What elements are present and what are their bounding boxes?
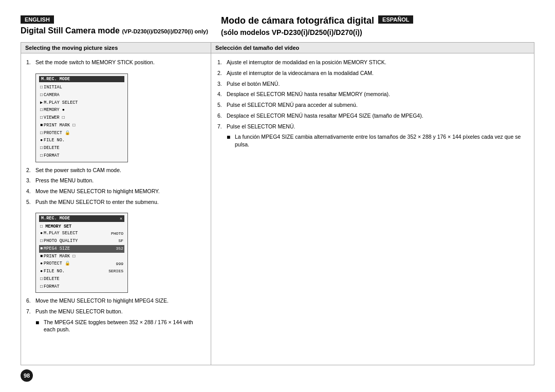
page: ENGLISH Digital Still Camera mode (VP-D2… [0,0,555,392]
title-spanish-model: (sólo modelos VP-D230(i)/D250(i)/D270(i)… [221,26,534,38]
right-column: 1. Ajuste el interruptor de modalidad en… [211,53,534,365]
english-badge: ENGLISH [21,15,54,24]
menu1-title: M.REC. MODE [41,77,70,82]
main-content: Selecting the moving picture sizes Selec… [21,42,534,365]
menu1-item-camera: □CAMERA [39,91,124,99]
title-es-main: Modo de cámara fotográfica digital [221,15,374,26]
menu2-item-format: □FORMAT [39,283,124,291]
step-2: 2. Set the power switch to CAM mode. [26,166,206,174]
step-7: 7. Push the MENU SELECTOR button. [26,308,206,315]
note-right: ■ La función MPEG4 SIZE cambia alternati… [227,133,529,148]
step-r4-text: Desplace el SELECTOR MENÚ hasta resaltar… [227,90,529,98]
menu2-item-mpeg4: ■MPEG4 SIZE 352 [39,245,124,253]
steps-list-left: 1. Set the mode switch to MEMORY STICK p… [26,59,206,66]
step-4: 4. Move the MENU SELECTOR to highlight M… [26,188,206,195]
note-left-text: The MPEG4 SIZE toggles between 352 × 288… [44,319,206,333]
step-r2: 2. Ajuste el interruptor de la videocáma… [217,69,529,77]
steps-list-6-7: 6. Move the MENU SELECTOR to highlight M… [26,297,206,315]
step-r4: 4. Desplace el SELECTOR MENÚ hasta resal… [217,90,529,98]
menu1-item-fileno: ●FILE NO. [39,137,124,144]
title-en-main: Digital Still Camera mode [21,26,120,35]
steps-list-2-5: 2. Set the power switch to CAM mode. 3. … [26,166,206,206]
section-headers: Selecting the moving picture sizes Selec… [21,43,534,53]
step-6: 6. Move the MENU SELECTOR to highlight M… [26,297,206,305]
step-r5: 5. Pulse el SELECTOR MENÚ para acceder a… [217,101,529,109]
step-5: 5. Push the MENU SELECTOR to enter the s… [26,198,206,206]
step-3: 3. Press the MENU button. [26,177,206,184]
menu2-item-protect: ●PROTECT 🔒 999 [39,260,124,268]
left-header: ENGLISH Digital Still Camera mode (VP-D2… [21,15,211,36]
step-r3-text: Pulse el botón MENÚ. [227,80,529,88]
page-number-circle: 98 [21,369,33,382]
right-header: Modo de cámara fotográfica digital ESPAÑ… [221,15,534,38]
menu1-item-memory: □MEMORY ● [39,106,124,114]
menu1-item-protect: □PROTECT 🔒 [39,129,124,137]
page-number-area: 98 [21,369,534,382]
title-en-model: (VP-D230(i)/D250(i)/D270(i) only) [122,28,208,34]
step-7-text: Push the MENU SELECTOR button. [35,308,206,315]
menu2-item-delete: □DELETE [39,275,124,283]
step-1: 1. Set the mode switch to MEMORY STICK p… [26,59,206,66]
section-heading-right: Selección del tamaño del vídeo [211,43,534,53]
title-english: Digital Still Camera mode (VP-D230(i)/D2… [21,26,211,36]
step-r7-text: Pulse el SELECTOR MENÚ. [227,123,529,130]
menu-screenshot-1: M.REC. MODE □INITIAL □CAMERA ▶M.PLAY SEL… [35,73,128,162]
step-r6: 6. Desplace el SELECTOR MENÚ hasta resal… [217,112,529,120]
header: ENGLISH Digital Still Camera mode (VP-D2… [21,15,534,38]
title-spanish-main: Modo de cámara fotográfica digital [221,15,374,26]
step-6-text: Move the MENU SELECTOR to highlight MPEG… [35,297,206,305]
step-3-text: Press the MENU button. [35,177,206,184]
espanol-badge: ESPAÑOL [378,15,413,24]
step-1-text: Set the mode switch to MEMORY STICK posi… [35,59,206,66]
menu1-item-mplay: ▶M.PLAY SELECT [39,99,124,107]
step-r6-text: Desplace el SELECTOR MENÚ hasta resaltar… [227,112,529,120]
step-5-text: Push the MENU SELECTOR to enter the subm… [35,198,206,206]
step-2-text: Set the power switch to CAM mode. [35,166,206,174]
step-r5-text: Pulse el SELECTOR MENÚ para acceder al s… [227,101,529,109]
content-columns: 1. Set the mode switch to MEMORY STICK p… [21,53,534,365]
menu1-item-format: □FORMAT [39,152,124,160]
menu2-item-mplay: ●M.PLAY SELECT PHOTO [39,230,124,237]
section-heading-left: Selecting the moving picture sizes [21,43,211,53]
menu1-item-delete: □DELETE [39,144,124,152]
menu2-item-fileno: ●FILE NO. SERIES [39,268,124,275]
step-r3: 3. Pulse el botón MENÚ. [217,80,529,88]
step-4-text: Move the MENU SELECTOR to highlight MEMO… [35,188,206,195]
step-r1-text: Ajuste el interruptor de modalidad en la… [227,59,529,66]
menu1-item-print: ■PRINT MARK □ [39,122,124,129]
note-right-text: La función MPEG4 SIZE cambia alternativa… [235,133,529,148]
title-es-model: (sólo modelos VP-D230(i)/D250(i)/D270(i)… [221,28,362,36]
menu2-title: M.REC. MODE [41,216,70,221]
menu2-item-print: ■PRINT MARK □ [39,253,124,260]
menu1-title-bar: M.REC. MODE [39,76,124,82]
right-header-text: Modo de cámara fotográfica digital ESPAÑ… [221,15,534,38]
menu-screenshot-2: M.REC. MODE ✕ □ MEMORY SET ●M.PLAY SELEC… [35,213,128,293]
steps-list-right: 1. Ajuste el interruptor de modalidad en… [217,59,529,130]
step-r1: 1. Ajuste el interruptor de modalidad en… [217,59,529,66]
step-r7: 7. Pulse el SELECTOR MENÚ. [217,123,529,130]
menu2-title-bar: M.REC. MODE ✕ [39,215,124,222]
left-column: 1. Set the mode switch to MEMORY STICK p… [21,53,211,365]
step-r2-text: Ajuste el interruptor de la videocámara … [227,69,529,77]
note-left: ■ The MPEG4 SIZE toggles between 352 × 2… [35,319,206,333]
menu1-item-initial: □INITIAL [39,84,124,91]
menu2-item-quality: □PHOTO QUALITY SF [39,237,124,245]
menu1-item-viewer: □VIEWER □ [39,114,124,122]
